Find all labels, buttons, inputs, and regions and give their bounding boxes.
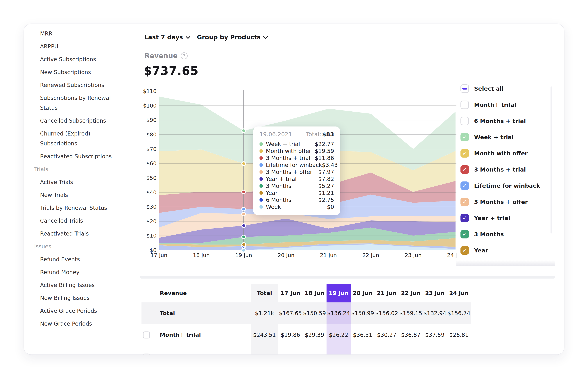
legend-item-select-all[interactable]: Select all (460, 84, 555, 93)
sidebar-item-reactivated-subscriptions[interactable]: Reactivated Subscriptions (34, 150, 121, 163)
help-icon[interactable]: ? (181, 52, 188, 59)
legend-item-week-trial[interactable]: ✓Week + trial (460, 133, 555, 141)
column-header-19-jun[interactable]: 19 Jun (327, 284, 351, 302)
legend-item-6-months-trial[interactable]: 6 Months + trial (460, 117, 555, 125)
sidebar-item-trials-by-renewal-status[interactable]: Trials by Renewal Status (34, 202, 121, 214)
check-icon: ✓ (462, 215, 467, 221)
legend-scrollbar[interactable] (550, 86, 552, 233)
y-tick-label: $90 (146, 117, 157, 123)
check-icon: ✓ (462, 150, 467, 156)
column-header-20-jun[interactable]: 20 Jun (351, 284, 375, 302)
column-header-total[interactable]: Total (251, 284, 278, 302)
hover-dot (242, 235, 246, 239)
sidebar-item-subscriptions-by-renewal-status[interactable]: Subscriptions by Renewal Status (34, 92, 121, 114)
sidebar-item-new-trials[interactable]: New Trials (34, 189, 121, 202)
sidebar-item-new-grace-periods[interactable]: New Grace Periods (34, 317, 121, 330)
checkbox-checked[interactable]: ✓ (460, 165, 469, 174)
checkbox-checked[interactable]: ✓ (460, 230, 469, 238)
x-tick-label: 24 Jun (447, 252, 457, 258)
y-tick-label: $80 (146, 132, 157, 138)
row-checkbox[interactable] (143, 353, 150, 355)
group-by-label: Group by Products (197, 34, 261, 41)
legend-item-3-months-offer[interactable]: ✓3 Months + offer (460, 198, 555, 206)
legend-item-year[interactable]: ✓Year (460, 246, 555, 255)
table-cell: $26.81 (447, 324, 471, 346)
table-cell: $27.84 (399, 346, 423, 355)
x-tick-label: 18 Jun (193, 252, 210, 258)
check-icon: ✓ (462, 199, 467, 205)
sidebar-item-cancelled-trials[interactable]: Cancelled Trials (34, 214, 121, 227)
checkbox-checked[interactable]: ✓ (460, 133, 469, 141)
sidebar-item-new-subscriptions[interactable]: New Subscriptions (34, 66, 121, 79)
sidebar-item-reactivated-trials[interactable]: Reactivated Trials (34, 227, 121, 240)
indeterminate-dash-icon (462, 88, 467, 90)
chevron-down-icon (263, 36, 268, 39)
table-cell: $30.27 (375, 324, 399, 346)
column-header-24-jun[interactable]: 24 Jun (447, 284, 471, 302)
checkbox-checked[interactable]: ✓ (460, 181, 469, 190)
checkbox-indeterminate[interactable] (460, 84, 469, 93)
sidebar-item-active-grace-periods[interactable]: Active Grace Periods (34, 304, 121, 317)
legend-item-label: 3 Months + offer (474, 199, 528, 205)
revenue-area-chart[interactable]: $0$10$20$30$40$50$60$70$80$90$100$11017 … (142, 86, 457, 261)
sidebar-item-arppu[interactable]: ARPPU (34, 40, 121, 53)
row-label: Total (160, 302, 175, 324)
table-cell: $150.59 (302, 302, 327, 324)
legend-item-3-months-trial[interactable]: ✓3 Months + trial (460, 165, 555, 174)
legend-item-3-months[interactable]: ✓3 Months (460, 230, 555, 238)
checkbox-checked[interactable]: ✓ (460, 198, 469, 206)
column-header-22-jun[interactable]: 22 Jun (399, 284, 423, 302)
checkbox-checked[interactable]: ✓ (460, 214, 469, 222)
chart-horizontal-scrollbar[interactable] (140, 276, 555, 279)
sidebar-item-mrr[interactable]: MRR (34, 27, 121, 40)
group-by-dropdown[interactable]: Group by Products (197, 34, 268, 41)
legend-item-label: 6 Months + trial (474, 118, 526, 124)
table-cell: $24.79 (351, 346, 375, 355)
sidebar-item-refund-events[interactable]: Refund Events (34, 253, 121, 266)
x-tick-label: 22 Jun (362, 252, 379, 258)
legend-item-month-trilal[interactable]: Month+ trilal (460, 101, 555, 109)
checkbox-checked[interactable]: ✓ (460, 149, 469, 158)
hover-dot (242, 248, 246, 252)
checkbox-checked[interactable]: ✓ (460, 246, 469, 255)
y-tick-label: $100 (143, 103, 157, 109)
checkbox-unchecked[interactable] (460, 117, 469, 125)
legend-item-label: Week + trial (474, 134, 514, 140)
check-icon: ✓ (462, 231, 467, 237)
sidebar-item-active-subscriptions[interactable]: Active Subscriptions (34, 53, 121, 66)
y-tick-label: $10 (146, 233, 157, 239)
legend-item-month-with-offer[interactable]: ✓Month with offer (460, 149, 555, 158)
chevron-down-icon (186, 36, 190, 39)
y-tick-label: $70 (146, 146, 157, 152)
hover-dot (242, 224, 246, 228)
legend-item-label: Lifetime for winback (474, 182, 540, 189)
date-range-dropdown[interactable]: Last 7 days (144, 34, 190, 41)
legend-item-label: 3 Months (474, 231, 504, 238)
sidebar-item-active-billing-issues[interactable]: Active Billing Issues (34, 279, 121, 292)
row-checkbox[interactable] (143, 331, 150, 338)
column-header-17-jun[interactable]: 17 Jun (278, 284, 302, 302)
sidebar-item-active-trials[interactable]: Active Trials (34, 176, 121, 189)
column-header-21-jun[interactable]: 21 Jun (375, 284, 399, 302)
sidebar-section-header: Trials (34, 163, 137, 176)
table-cell: $37.59 (423, 324, 447, 346)
legend-item-year-trial[interactable]: ✓Year + trial (460, 214, 555, 222)
dashboard-card: MRRARPPUActive SubscriptionsNew Subscrip… (24, 24, 564, 355)
sidebar-item-new-billing-issues[interactable]: New Billing Issues (34, 292, 121, 304)
column-header-18-jun[interactable]: 18 Jun (302, 284, 327, 302)
sidebar-item-cancelled-subscriptions[interactable]: Cancelled Subscriptions (34, 114, 121, 127)
sidebar-item-renewed-subscriptions[interactable]: Renewed Subscriptions (34, 79, 121, 92)
legend-item-label: Month+ trilal (474, 101, 517, 108)
column-header-23-jun[interactable]: 23 Jun (423, 284, 447, 302)
chart-legend: Select allMonth+ trilal6 Months + trial✓… (457, 81, 555, 264)
sidebar-section-header: Issues (34, 240, 137, 253)
table-cell: $156.02 (375, 302, 399, 324)
table-cell: $229.16 (251, 346, 278, 355)
sidebar-item-refund-money[interactable]: Refund Money (34, 266, 121, 279)
checkbox-unchecked[interactable] (460, 101, 469, 109)
y-tick-label: $40 (146, 189, 157, 196)
legend-item-lifetime-for-winback[interactable]: ✓Lifetime for winback (460, 181, 555, 190)
legend-scroll-fade (457, 260, 555, 266)
legend-item-label: Year (474, 247, 488, 254)
sidebar-item-churned-expired-subscriptions[interactable]: Churned (Expired) Subscriptions (34, 127, 121, 150)
